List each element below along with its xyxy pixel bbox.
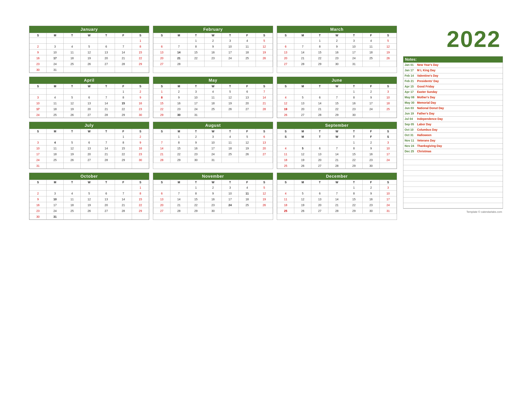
calendar-day: 25 xyxy=(238,55,256,61)
calendar-day: 20 xyxy=(153,55,171,61)
calendar-week-row: 45678910 xyxy=(277,145,397,151)
day-header: T xyxy=(221,33,238,38)
calendar-day: 25 xyxy=(47,112,64,118)
calendar-day: 6 xyxy=(238,89,256,95)
calendar-week-row: 17181920212223 xyxy=(29,106,149,112)
month-calendar-august: AugustSMTWTFS123456789101112131415161718… xyxy=(153,122,273,169)
calendar-day: 11 xyxy=(362,44,380,49)
holiday-date: Feb 21 xyxy=(405,79,417,83)
calendar-day: 20 xyxy=(238,100,256,106)
calendar-day xyxy=(380,61,397,67)
calendar-day: 3 xyxy=(380,89,397,95)
calendar-day: 14 xyxy=(153,145,171,151)
holiday-row: Dec 25Christmas xyxy=(403,149,503,154)
day-header: S xyxy=(153,84,171,89)
calendar-day: 21 xyxy=(98,151,115,157)
calendar-day: 27 xyxy=(98,208,115,214)
calendar-day: 26 xyxy=(256,55,273,61)
month-calendar-january: JanuarySMTWTFS12345678910111213141516171… xyxy=(29,26,149,73)
calendar-day xyxy=(238,157,256,163)
cal-table: SMTWTFS123456789101112131415161718192021… xyxy=(153,180,273,214)
calendar-week-row: 16171819202122 xyxy=(29,202,149,208)
calendar-day: 19 xyxy=(64,151,81,157)
calendar-day: 25 xyxy=(47,157,64,163)
calendar-week-row: 25262728293031 xyxy=(277,208,397,214)
calendar-week-row: 11121314151617 xyxy=(277,151,397,157)
month-header: March xyxy=(277,26,397,33)
calendar-day: 10 xyxy=(47,196,64,202)
cal-table: SMTWTFS123456789101112131415161718192021… xyxy=(153,129,273,163)
calendar-day: 29 xyxy=(115,157,132,163)
calendar-day: 24 xyxy=(29,157,47,163)
calendar-day xyxy=(115,214,132,220)
calendar-day: 10 xyxy=(204,140,221,145)
calendar-day: 24 xyxy=(380,202,397,208)
calendar-day: 13 xyxy=(277,49,294,55)
calendar-day xyxy=(64,214,81,220)
day-header: F xyxy=(115,129,132,134)
calendar-day: 17 xyxy=(47,55,64,61)
empty-row xyxy=(403,160,503,165)
calendar-day: 18 xyxy=(221,145,238,151)
calendar-week-row: 2728 xyxy=(153,61,273,67)
calendar-day: 18 xyxy=(47,106,64,112)
calendar-day xyxy=(81,214,98,220)
calendar-day: 27 xyxy=(311,208,328,214)
calendar-day: 9 xyxy=(362,191,380,196)
calendar-day: 15 xyxy=(345,151,362,157)
calendar-day: 20 xyxy=(153,202,171,208)
calendar-day: 22 xyxy=(132,202,149,208)
calendar-day: 29 xyxy=(132,61,149,67)
calendar-day: 28 xyxy=(153,157,171,163)
calendar-day: 14 xyxy=(311,100,328,106)
calendar-day xyxy=(115,163,132,169)
calendar-day: 27 xyxy=(238,106,256,112)
day-header: S xyxy=(277,129,294,134)
calendar-day: 19 xyxy=(81,202,98,208)
day-header: T xyxy=(311,84,328,89)
holiday-row: Apr 15Good Friday xyxy=(403,84,503,90)
day-header: S xyxy=(153,129,171,134)
calendar-day: 15 xyxy=(188,196,204,202)
calendar-day xyxy=(47,185,64,191)
calendar-day: 28 xyxy=(98,112,115,118)
calendar-week-row: 12345 xyxy=(153,185,273,191)
calendar-day xyxy=(294,38,311,44)
calendar-day xyxy=(29,134,47,140)
calendar-day: 18 xyxy=(238,196,256,202)
calendar-week-row: 9101112131415 xyxy=(29,49,149,55)
holidays-list: Jan 01New Year's DayJan 17M L King DayFe… xyxy=(403,63,503,154)
day-header: T xyxy=(345,33,362,38)
calendar-day: 1 xyxy=(345,140,362,145)
day-header: S xyxy=(132,33,149,38)
calendar-day xyxy=(98,134,115,140)
day-header: S xyxy=(380,84,397,89)
calendar-day: 22 xyxy=(345,202,362,208)
calendar-day: 24 xyxy=(188,106,204,112)
day-header: M xyxy=(171,33,188,38)
calendar-day: 9 xyxy=(328,44,345,49)
calendar-day xyxy=(204,112,221,118)
calendar-week-row: 22232425262728 xyxy=(153,106,273,112)
calendar-day: 31 xyxy=(380,208,397,214)
calendar-day: 22 xyxy=(115,151,132,157)
calendar-day xyxy=(132,67,149,73)
calendar-day: 30 xyxy=(362,208,380,214)
calendar-day: 23 xyxy=(132,151,149,157)
calendar-day: 10 xyxy=(380,145,397,151)
calendar-day: 11 xyxy=(277,151,294,157)
calendar-day: 2 xyxy=(204,38,221,44)
calendar-day: 15 xyxy=(115,100,132,106)
calendar-day: 18 xyxy=(204,100,221,106)
holiday-name: Father's Day xyxy=(417,112,434,116)
calendar-day: 30 xyxy=(29,214,47,220)
calendar-day: 16 xyxy=(362,196,380,202)
calendar-week-row: 2345678 xyxy=(29,44,149,49)
calendar-week-row: 3456789 xyxy=(29,140,149,145)
calendar-day xyxy=(81,38,98,44)
calendar-day: 18 xyxy=(277,202,294,208)
holiday-row: May 08Mother's Day xyxy=(403,95,503,100)
day-header: T xyxy=(221,129,238,134)
calendar-day: 13 xyxy=(81,145,98,151)
calendar-day: 30 xyxy=(29,67,47,73)
